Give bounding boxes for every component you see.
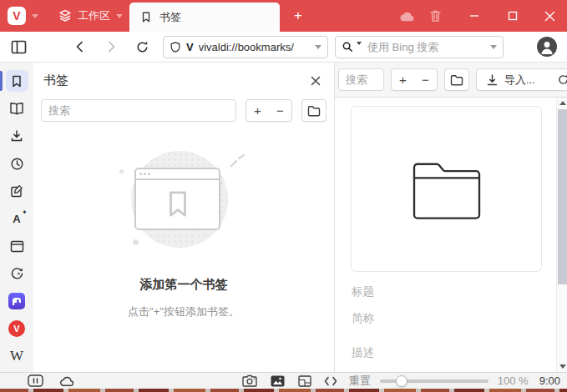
translate-icon: A✦ bbox=[13, 213, 20, 225]
sync-status-cloud-icon[interactable] bbox=[59, 375, 76, 387]
search-field[interactable] bbox=[335, 36, 504, 58]
empty-state: 添加第一个书签 点击"+"按钮添加书签。 bbox=[33, 151, 334, 319]
web-search-input[interactable] bbox=[366, 40, 486, 54]
scroll-down-arrow-icon[interactable] bbox=[559, 364, 566, 369]
refresh-icon bbox=[557, 73, 567, 86]
new-tab-button[interactable]: + bbox=[288, 6, 308, 26]
scrollbar-thumb[interactable] bbox=[558, 109, 567, 284]
clock-label: 9:00 bbox=[539, 374, 560, 387]
close-button[interactable] bbox=[537, 11, 562, 22]
manager-search-input[interactable] bbox=[338, 68, 384, 91]
vivaldi-menu-caret-icon[interactable] bbox=[32, 14, 38, 18]
manager-remove-button[interactable]: − bbox=[414, 69, 437, 90]
short-name-field[interactable] bbox=[352, 309, 539, 326]
address-bar: V vivaldi://bookmarks/ bbox=[0, 32, 567, 63]
zoom-slider[interactable] bbox=[380, 375, 489, 387]
manager-add-remove-group: + − bbox=[391, 68, 438, 91]
developer-tools-button[interactable] bbox=[324, 376, 337, 386]
back-button[interactable] bbox=[70, 36, 90, 58]
url-dropdown-caret-icon[interactable] bbox=[315, 45, 321, 49]
history-clock-icon bbox=[10, 157, 24, 171]
wikipedia-icon: W bbox=[10, 348, 23, 364]
synced-tabs-cloud-icon[interactable] bbox=[399, 10, 416, 23]
toggle-images-button[interactable] bbox=[271, 375, 285, 387]
sidebar-item-translate[interactable]: A✦ bbox=[6, 208, 28, 229]
bottom-edge-strip bbox=[0, 389, 567, 392]
zoom-reset-button[interactable]: 重置 bbox=[349, 374, 371, 389]
description-field[interactable] bbox=[352, 344, 539, 360]
reading-list-icon bbox=[9, 102, 24, 115]
large-folder-icon bbox=[410, 157, 483, 222]
panel-toggle-icon[interactable] bbox=[8, 36, 28, 58]
forward-button[interactable] bbox=[101, 36, 121, 58]
bookmarks-manager: + − 导 bbox=[335, 63, 567, 372]
empty-state-title: 添加第一个书签 bbox=[140, 277, 228, 293]
remove-bookmark-button[interactable]: − bbox=[269, 100, 291, 121]
break-mode-button[interactable] bbox=[28, 374, 43, 387]
minus-glyph: − bbox=[422, 73, 429, 87]
url-field[interactable]: V vivaldi://bookmarks/ bbox=[163, 36, 328, 58]
sidebar-item-windows[interactable] bbox=[6, 235, 28, 257]
window-body: A✦ bbox=[0, 63, 567, 372]
browser-window: V 工作区 书签 + bbox=[0, 0, 567, 392]
vertical-scrollbar[interactable] bbox=[556, 98, 567, 372]
sidebar-item-reading-list[interactable] bbox=[6, 98, 28, 119]
sidebar-item-notes[interactable] bbox=[6, 180, 28, 202]
search-engine-icon[interactable] bbox=[342, 41, 354, 53]
pause-icon bbox=[28, 374, 43, 387]
scroll-up-arrow-icon[interactable] bbox=[559, 101, 566, 105]
download-icon bbox=[10, 129, 23, 143]
url-text[interactable]: vivaldi://bookmarks/ bbox=[199, 41, 310, 53]
new-folder-button[interactable] bbox=[301, 99, 327, 122]
profile-avatar[interactable] bbox=[537, 37, 557, 57]
import-button[interactable]: 导入... bbox=[477, 73, 545, 88]
closed-tabs-trash-icon[interactable] bbox=[429, 9, 442, 23]
status-bar: 重置 100 % 9:00 bbox=[0, 372, 567, 389]
workspace-caret-icon bbox=[116, 14, 123, 18]
capture-page-button[interactable] bbox=[242, 374, 257, 387]
panel-sidebar: A✦ bbox=[0, 63, 33, 372]
vivaldi-icon: V bbox=[8, 320, 25, 337]
minimize-button[interactable] bbox=[462, 11, 487, 21]
maximize-button[interactable] bbox=[500, 11, 525, 21]
refresh-thumbnails-button[interactable]: 更 bbox=[557, 73, 567, 88]
sidebar-item-history[interactable] bbox=[6, 153, 28, 174]
title-field[interactable] bbox=[352, 283, 539, 299]
vivaldi-menu-button[interactable]: V bbox=[8, 7, 26, 25]
import-group: 导入... 更 bbox=[476, 68, 567, 91]
add-bookmark-button[interactable]: + bbox=[246, 100, 269, 121]
illustration-browser-window bbox=[134, 168, 220, 230]
import-arrow-icon bbox=[487, 74, 498, 86]
panel-title: 书签 bbox=[43, 73, 68, 88]
vivaldi-page-badge-icon: V bbox=[186, 41, 194, 53]
bookmark-detail-card[interactable] bbox=[351, 106, 542, 272]
panel-close-icon[interactable] bbox=[307, 73, 324, 89]
sidebar-item-bookmarks[interactable] bbox=[6, 70, 28, 92]
sidebar-item-vivaldi-webpanel[interactable]: V bbox=[6, 318, 28, 339]
bookmark-icon bbox=[10, 74, 23, 88]
reload-button[interactable] bbox=[132, 36, 152, 58]
bookmarks-search-input[interactable] bbox=[41, 99, 236, 122]
sidebar-item-mastodon[interactable] bbox=[6, 290, 28, 312]
manager-add-button[interactable]: + bbox=[392, 69, 414, 90]
titlebar-spacer bbox=[308, 0, 386, 32]
vivaldi-logo-glyph: V bbox=[13, 9, 20, 23]
manager-new-folder-button[interactable] bbox=[444, 68, 469, 91]
minus-glyph: − bbox=[276, 103, 284, 118]
bookmark-detail-fields bbox=[352, 283, 539, 360]
search-dropdown-caret-icon[interactable] bbox=[490, 45, 497, 49]
mastodon-icon bbox=[8, 293, 25, 309]
tile-tabs-button[interactable] bbox=[298, 375, 311, 387]
panel-header: 书签 bbox=[33, 63, 334, 98]
sidebar-item-downloads[interactable] bbox=[6, 125, 28, 147]
shield-icon[interactable] bbox=[170, 41, 181, 53]
workspace-button[interactable]: 工作区 bbox=[58, 8, 123, 23]
import-label: 导入... bbox=[504, 73, 535, 88]
sidebar-item-sessions[interactable] bbox=[6, 263, 28, 284]
window-icon bbox=[10, 240, 24, 253]
slider-knob[interactable] bbox=[396, 375, 408, 387]
tab-bookmarks[interactable]: 书签 bbox=[129, 3, 280, 32]
camera-icon bbox=[242, 374, 257, 387]
sidebar-item-wikipedia[interactable]: W bbox=[6, 345, 28, 367]
layers-icon bbox=[58, 9, 72, 23]
